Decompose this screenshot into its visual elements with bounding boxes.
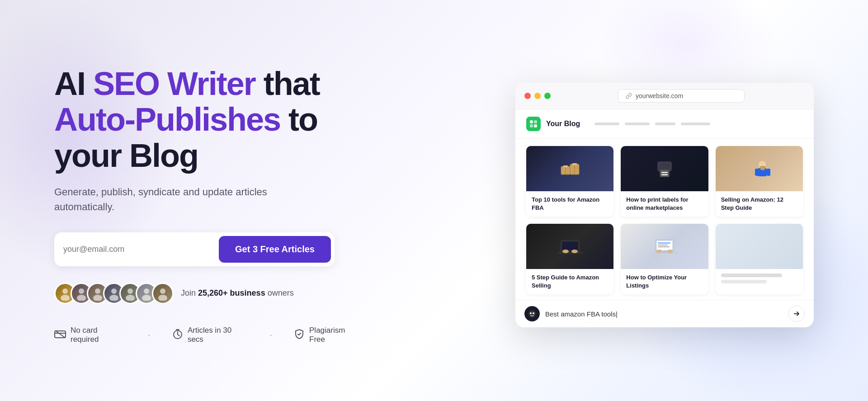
feature-plagiarism-free: Plagiarism Free (294, 326, 362, 344)
headline-line2: Auto-Publishes (54, 101, 280, 137)
browser-url-bar[interactable]: yourwebsite.com (618, 89, 745, 103)
svg-point-3 (77, 295, 86, 301)
ai-input-bar: Best amazon FBA tools| (515, 300, 814, 327)
fullscreen-dot[interactable] (544, 93, 551, 99)
logo-squares-icon (529, 119, 538, 128)
svg-point-8 (127, 288, 133, 294)
ai-input-text[interactable]: Best amazon FBA tools| (545, 310, 783, 318)
svg-rect-39 (558, 252, 582, 254)
browser-mockup: yourwebsite.com Your Blog (515, 83, 814, 328)
article-title-2: How to print labels for online marketpla… (621, 191, 708, 217)
ai-avatar (524, 306, 540, 321)
email-form: Get 3 Free Articles (54, 232, 335, 266)
svg-rect-44 (658, 242, 670, 244)
nav-line-2[interactable] (625, 123, 650, 125)
svg-point-2 (79, 288, 84, 294)
ai-send-button[interactable] (788, 306, 805, 322)
blog-card-4[interactable]: 5 Step Guide to Amazon Selling (526, 224, 613, 294)
hero-headline: AI SEO Writer thatAuto-Publishes to your… (54, 66, 362, 174)
divider-2: · (269, 330, 272, 340)
svg-rect-45 (658, 245, 668, 245)
svg-rect-46 (658, 246, 670, 247)
blog-name: Your Blog (546, 120, 580, 128)
link-icon (626, 93, 632, 99)
headline-start: AI (54, 66, 93, 102)
clock-icon (172, 329, 183, 341)
svg-rect-35 (755, 169, 759, 176)
avatar (152, 283, 174, 304)
feature-plagiarism-free-label: Plagiarism Free (309, 326, 362, 344)
article-title-1: Top 10 tools for Amazon FBA (526, 191, 613, 217)
svg-rect-38 (562, 242, 578, 250)
email-input[interactable] (63, 245, 219, 254)
laptop-light-illustration (649, 235, 680, 258)
close-dot[interactable] (524, 93, 531, 99)
cta-button[interactable]: Get 3 Free Articles (219, 236, 331, 263)
nav-line-1[interactable] (594, 123, 619, 125)
svg-point-13 (158, 295, 167, 301)
svg-point-12 (160, 288, 165, 294)
svg-point-4 (95, 288, 100, 294)
article-image-4 (526, 224, 613, 269)
url-text: yourwebsite.com (636, 92, 683, 99)
feature-no-card-label: No card required (71, 326, 126, 344)
svg-point-48 (662, 251, 667, 253)
article-placeholder-lines (716, 269, 803, 288)
headline-middle: that (255, 66, 320, 102)
svg-point-50 (667, 250, 673, 253)
hero-subtext: Generate, publish, syndicate and update … (54, 184, 289, 214)
feature-no-card: No card required (54, 326, 126, 344)
features-bar: No card required · Articles in 30 secs · (54, 326, 362, 344)
nav-lines (594, 123, 710, 125)
boxes-illustration (554, 157, 586, 180)
article-image-3 (716, 146, 803, 191)
send-arrow-icon (793, 310, 800, 317)
svg-rect-31 (661, 174, 668, 175)
svg-point-1 (61, 295, 70, 301)
printer-illustration (649, 157, 680, 180)
svg-rect-28 (658, 162, 671, 171)
browser-traffic-lights (524, 93, 551, 99)
feature-articles-speed-label: Articles in 30 secs (188, 326, 248, 344)
blog-card-2[interactable]: How to print labels for online marketpla… (621, 146, 708, 217)
article-title-4: 5 Step Guide to Amazon Selling (526, 269, 613, 294)
svg-rect-29 (660, 170, 669, 177)
svg-rect-19 (534, 120, 537, 123)
nav-line-3[interactable] (655, 123, 675, 125)
article-image-2 (621, 146, 708, 191)
blog-card-1[interactable]: Top 10 tools for Amazon FBA (526, 146, 613, 217)
left-section: AI SEO Writer thatAuto-Publishes to your… (54, 66, 362, 344)
blog-logo (526, 117, 541, 131)
ai-face-icon (528, 309, 537, 318)
svg-point-49 (656, 250, 662, 253)
svg-point-52 (530, 312, 532, 314)
svg-rect-21 (534, 124, 537, 127)
blog-card-6 (716, 224, 803, 294)
browser-window: yourwebsite.com Your Blog (515, 83, 814, 328)
nav-line-4[interactable] (681, 123, 710, 125)
svg-rect-27 (572, 163, 577, 165)
feature-articles-speed: Articles in 30 secs (172, 326, 248, 344)
svg-rect-34 (760, 166, 765, 170)
blog-header: Your Blog (515, 109, 814, 139)
svg-rect-26 (563, 165, 568, 167)
svg-point-7 (109, 295, 118, 301)
article-image-6 (716, 224, 803, 269)
svg-point-41 (571, 250, 578, 253)
article-image-5 (621, 224, 708, 269)
svg-line-16 (55, 330, 65, 338)
shield-icon (294, 329, 305, 341)
article-title-3: Selling on Amazon: 12 Step Guide (716, 191, 803, 217)
delivery-illustration (743, 157, 775, 180)
svg-point-6 (111, 288, 117, 294)
svg-rect-18 (530, 120, 533, 123)
blog-card-5[interactable]: How to Optimize Your Listings (621, 224, 708, 294)
svg-point-40 (562, 250, 569, 253)
svg-point-9 (126, 295, 135, 301)
blog-card-3[interactable]: Selling on Amazon: 12 Step Guide (716, 146, 803, 217)
avatar-group (54, 283, 174, 304)
minimize-dot[interactable] (534, 93, 541, 99)
blog-article-grid: Top 10 tools for Amazon FBA How to print… (515, 139, 814, 300)
article-image-1 (526, 146, 613, 191)
svg-rect-20 (530, 124, 533, 127)
